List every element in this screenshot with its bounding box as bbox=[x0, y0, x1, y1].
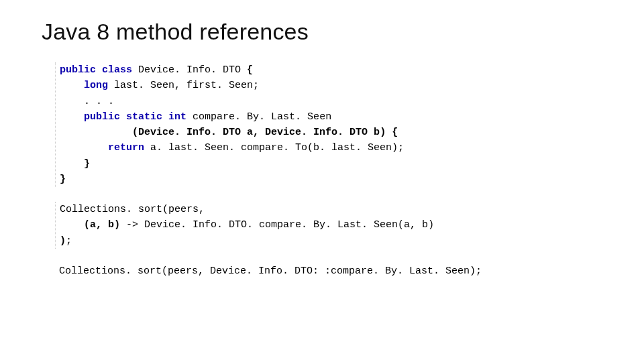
paren-open: (Device. Info. DTO bbox=[132, 127, 247, 138]
kw-return: return bbox=[108, 142, 144, 154]
lambda-body: -> Device. Info. DTO. compare. By. Last.… bbox=[120, 219, 434, 231]
method-close-brace: } bbox=[84, 158, 90, 170]
close-paren: ) bbox=[60, 235, 66, 247]
ellipsis: . . . bbox=[84, 96, 114, 107]
method-name: compare. By. Last. Seen bbox=[186, 111, 331, 123]
field-decl: last. Seen, first. Seen; bbox=[108, 80, 259, 91]
kw-public-2: public bbox=[84, 111, 120, 123]
slide-title: Java 8 method references bbox=[42, 19, 604, 45]
sort-call-1: Collections. sort(peers, bbox=[60, 204, 205, 215]
brace-open: { bbox=[247, 64, 253, 76]
class-close-brace: } bbox=[60, 174, 66, 185]
sort-call-ref: Collections. sort(peers, Device. Info. D… bbox=[59, 265, 482, 277]
kw-static: static bbox=[126, 111, 162, 123]
paren-close-brace: ) { bbox=[380, 127, 398, 138]
kw-int: int bbox=[168, 111, 186, 123]
lambda-params: (a, b) bbox=[84, 219, 120, 231]
kw-public: public bbox=[60, 64, 96, 76]
return-expr: a. last. Seen. compare. To(b. last. Seen… bbox=[144, 142, 404, 154]
param-sep: , Device. Info. DTO bbox=[253, 127, 374, 138]
code-block-lambda: Collections. sort(peers, (a, b) -> Devic… bbox=[55, 202, 604, 249]
code-block-class: public class Device. Info. DTO { long la… bbox=[55, 62, 604, 187]
semicolon: ; bbox=[66, 235, 72, 247]
param-b: b bbox=[374, 127, 380, 138]
kw-long: long bbox=[84, 80, 108, 91]
code-block-methodref: Collections. sort(peers, Device. Info. D… bbox=[55, 263, 604, 279]
param-a: a bbox=[247, 127, 253, 138]
class-name: Device. Info. DTO bbox=[132, 64, 247, 76]
slide: Java 8 method references public class De… bbox=[0, 0, 644, 362]
kw-class: class bbox=[102, 64, 132, 76]
